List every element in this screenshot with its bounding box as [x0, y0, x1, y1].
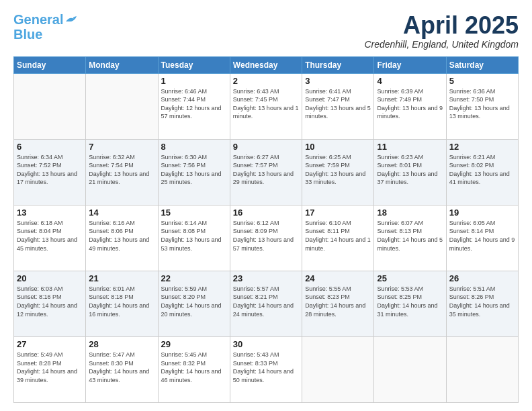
day-number: 7 [89, 142, 154, 152]
calendar-week-row: 6Sunrise: 6:34 AM Sunset: 7:52 PM Daylig… [14, 139, 519, 205]
day-number: 25 [377, 273, 443, 283]
day-info: Sunrise: 6:21 AM Sunset: 8:02 PM Dayligh… [449, 153, 515, 187]
day-number: 21 [89, 273, 154, 283]
day-info: Sunrise: 6:32 AM Sunset: 7:54 PM Dayligh… [89, 153, 154, 187]
day-number: 27 [17, 339, 83, 349]
table-row: 6Sunrise: 6:34 AM Sunset: 7:52 PM Daylig… [14, 139, 86, 205]
day-info: Sunrise: 5:55 AM Sunset: 8:23 PM Dayligh… [305, 285, 371, 318]
day-info: Sunrise: 6:01 AM Sunset: 8:18 PM Dayligh… [89, 285, 154, 318]
logo-text: General Blue [13, 12, 63, 42]
col-tuesday: Tuesday [158, 56, 230, 73]
day-info: Sunrise: 6:41 AM Sunset: 7:47 PM Dayligh… [305, 87, 371, 121]
day-info: Sunrise: 5:43 AM Sunset: 8:33 PM Dayligh… [233, 351, 299, 384]
day-number: 28 [89, 339, 154, 349]
day-info: Sunrise: 5:45 AM Sunset: 8:32 PM Dayligh… [161, 351, 227, 384]
day-info: Sunrise: 5:53 AM Sunset: 8:25 PM Dayligh… [377, 285, 443, 318]
day-info: Sunrise: 6:05 AM Sunset: 8:14 PM Dayligh… [449, 219, 515, 253]
table-row [374, 336, 446, 402]
day-info: Sunrise: 6:46 AM Sunset: 7:44 PM Dayligh… [161, 87, 227, 121]
day-info: Sunrise: 6:27 AM Sunset: 7:57 PM Dayligh… [233, 153, 299, 187]
day-number: 5 [449, 76, 515, 86]
logo-bird-icon [64, 15, 79, 27]
day-number: 8 [161, 142, 227, 152]
table-row: 30Sunrise: 5:43 AM Sunset: 8:33 PM Dayli… [230, 336, 302, 402]
day-info: Sunrise: 6:25 AM Sunset: 7:59 PM Dayligh… [305, 153, 371, 187]
day-number: 30 [233, 339, 299, 349]
logo: General Blue [13, 12, 79, 42]
day-info: Sunrise: 6:07 AM Sunset: 8:13 PM Dayligh… [377, 219, 443, 253]
table-row [446, 336, 518, 402]
table-row: 13Sunrise: 6:18 AM Sunset: 8:04 PM Dayli… [14, 205, 86, 271]
table-row: 11Sunrise: 6:23 AM Sunset: 8:01 PM Dayli… [374, 139, 446, 205]
table-row: 26Sunrise: 5:51 AM Sunset: 8:26 PM Dayli… [446, 271, 518, 336]
col-saturday: Saturday [446, 56, 518, 73]
day-number: 23 [233, 273, 299, 283]
table-row: 3Sunrise: 6:41 AM Sunset: 7:47 PM Daylig… [302, 73, 374, 139]
calendar-week-row: 1Sunrise: 6:46 AM Sunset: 7:44 PM Daylig… [14, 73, 519, 139]
table-row: 27Sunrise: 5:49 AM Sunset: 8:28 PM Dayli… [14, 336, 86, 402]
day-info: Sunrise: 5:47 AM Sunset: 8:30 PM Dayligh… [89, 351, 154, 384]
day-number: 10 [305, 142, 371, 152]
day-number: 1 [161, 76, 227, 86]
day-number: 17 [305, 208, 371, 218]
calendar-week-row: 27Sunrise: 5:49 AM Sunset: 8:28 PM Dayli… [14, 336, 519, 402]
table-row [86, 73, 158, 139]
day-info: Sunrise: 6:43 AM Sunset: 7:45 PM Dayligh… [233, 87, 299, 121]
day-number: 22 [161, 273, 227, 283]
day-number: 6 [17, 142, 83, 152]
table-row: 25Sunrise: 5:53 AM Sunset: 8:25 PM Dayli… [374, 271, 446, 336]
table-row: 21Sunrise: 6:01 AM Sunset: 8:18 PM Dayli… [86, 271, 158, 336]
calendar-week-row: 20Sunrise: 6:03 AM Sunset: 8:16 PM Dayli… [14, 271, 519, 336]
day-info: Sunrise: 5:57 AM Sunset: 8:21 PM Dayligh… [233, 285, 299, 318]
table-row: 12Sunrise: 6:21 AM Sunset: 8:02 PM Dayli… [446, 139, 518, 205]
table-row: 23Sunrise: 5:57 AM Sunset: 8:21 PM Dayli… [230, 271, 302, 336]
table-row: 17Sunrise: 6:10 AM Sunset: 8:11 PM Dayli… [302, 205, 374, 271]
location: Credenhill, England, United Kingdom [364, 39, 519, 50]
day-number: 16 [233, 208, 299, 218]
calendar-table: Sunday Monday Tuesday Wednesday Thursday… [13, 56, 519, 403]
day-number: 20 [17, 273, 83, 283]
col-thursday: Thursday [302, 56, 374, 73]
day-info: Sunrise: 6:39 AM Sunset: 7:49 PM Dayligh… [377, 87, 443, 121]
table-row: 10Sunrise: 6:25 AM Sunset: 7:59 PM Dayli… [302, 139, 374, 205]
calendar-week-row: 13Sunrise: 6:18 AM Sunset: 8:04 PM Dayli… [14, 205, 519, 271]
day-info: Sunrise: 6:10 AM Sunset: 8:11 PM Dayligh… [305, 219, 371, 253]
day-info: Sunrise: 6:16 AM Sunset: 8:06 PM Dayligh… [89, 219, 154, 253]
day-number: 4 [377, 76, 443, 86]
table-row: 29Sunrise: 5:45 AM Sunset: 8:32 PM Dayli… [158, 336, 230, 402]
month-title: April 2025 [364, 12, 519, 39]
day-info: Sunrise: 6:03 AM Sunset: 8:16 PM Dayligh… [17, 285, 83, 318]
table-row: 24Sunrise: 5:55 AM Sunset: 8:23 PM Dayli… [302, 271, 374, 336]
table-row [14, 73, 86, 139]
day-info: Sunrise: 6:34 AM Sunset: 7:52 PM Dayligh… [17, 153, 83, 187]
day-number: 26 [449, 273, 515, 283]
day-number: 13 [17, 208, 83, 218]
day-info: Sunrise: 6:30 AM Sunset: 7:56 PM Dayligh… [161, 153, 227, 187]
day-info: Sunrise: 5:51 AM Sunset: 8:26 PM Dayligh… [449, 285, 515, 318]
logo-line1: General [13, 12, 63, 27]
title-area: April 2025 Credenhill, England, United K… [364, 12, 519, 50]
col-wednesday: Wednesday [230, 56, 302, 73]
day-number: 9 [233, 142, 299, 152]
table-row: 5Sunrise: 6:36 AM Sunset: 7:50 PM Daylig… [446, 73, 518, 139]
day-number: 15 [161, 208, 227, 218]
day-number: 18 [377, 208, 443, 218]
day-number: 12 [449, 142, 515, 152]
table-row: 22Sunrise: 5:59 AM Sunset: 8:20 PM Dayli… [158, 271, 230, 336]
table-row: 28Sunrise: 5:47 AM Sunset: 8:30 PM Dayli… [86, 336, 158, 402]
day-info: Sunrise: 6:36 AM Sunset: 7:50 PM Dayligh… [449, 87, 515, 121]
col-monday: Monday [86, 56, 158, 73]
table-row: 19Sunrise: 6:05 AM Sunset: 8:14 PM Dayli… [446, 205, 518, 271]
day-number: 29 [161, 339, 227, 349]
calendar-header-row: Sunday Monday Tuesday Wednesday Thursday… [14, 56, 519, 73]
table-row: 4Sunrise: 6:39 AM Sunset: 7:49 PM Daylig… [374, 73, 446, 139]
day-info: Sunrise: 5:49 AM Sunset: 8:28 PM Dayligh… [17, 351, 83, 384]
table-row: 16Sunrise: 6:12 AM Sunset: 8:09 PM Dayli… [230, 205, 302, 271]
day-number: 19 [449, 208, 515, 218]
day-info: Sunrise: 5:59 AM Sunset: 8:20 PM Dayligh… [161, 285, 227, 318]
table-row: 7Sunrise: 6:32 AM Sunset: 7:54 PM Daylig… [86, 139, 158, 205]
day-number: 3 [305, 76, 371, 86]
table-row: 15Sunrise: 6:14 AM Sunset: 8:08 PM Dayli… [158, 205, 230, 271]
table-row: 14Sunrise: 6:16 AM Sunset: 8:06 PM Dayli… [86, 205, 158, 271]
day-info: Sunrise: 6:12 AM Sunset: 8:09 PM Dayligh… [233, 219, 299, 253]
